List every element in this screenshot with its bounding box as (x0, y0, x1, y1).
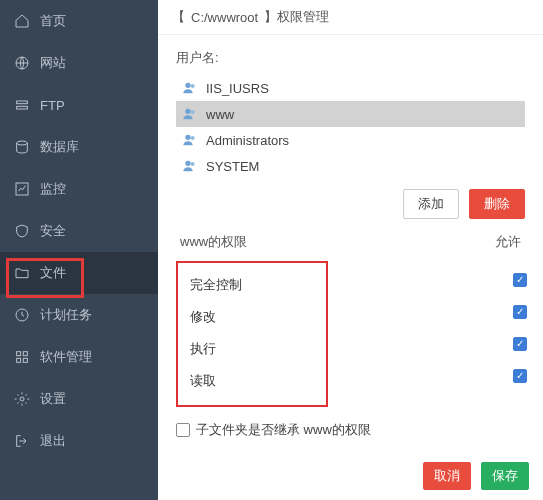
sidebar-item-label: 计划任务 (40, 306, 92, 324)
svg-point-16 (191, 136, 195, 140)
clock-icon (14, 307, 30, 323)
user-list: IIS_IUSRS www Administrators SYSTEM (176, 75, 525, 179)
add-button[interactable]: 添加 (403, 189, 459, 219)
svg-point-17 (185, 161, 190, 166)
allow-header: 允许 (495, 233, 521, 251)
sidebar-item-software[interactable]: 软件管理 (0, 336, 158, 378)
database-icon (14, 139, 30, 155)
svg-point-13 (185, 109, 190, 114)
users-icon (182, 106, 198, 122)
svg-point-18 (191, 162, 195, 166)
user-label: 用户名: (176, 49, 525, 67)
save-button[interactable]: 保存 (481, 462, 529, 490)
perm-checkbox[interactable]: ✓ (513, 273, 527, 287)
sidebar-item-security[interactable]: 安全 (0, 210, 158, 252)
sidebar: 首页 网站 FTP 数据库 监控 安全 文件 计划任务 软件管理 设置 退出 (0, 0, 158, 500)
globe-icon (14, 55, 30, 71)
svg-point-12 (191, 84, 195, 88)
sidebar-item-db[interactable]: 数据库 (0, 126, 158, 168)
svg-point-3 (17, 141, 28, 145)
highlight-box: 完全控制 修改 执行 读取 (176, 261, 328, 407)
sidebar-item-cron[interactable]: 计划任务 (0, 294, 158, 336)
sidebar-item-home[interactable]: 首页 (0, 0, 158, 42)
svg-point-15 (185, 135, 190, 140)
grid-icon (14, 349, 30, 365)
dialog-title: 【C:/wwwroot】权限管理 (158, 0, 543, 35)
user-name: www (206, 107, 234, 122)
exit-icon (14, 433, 30, 449)
svg-rect-7 (23, 352, 27, 356)
svg-point-11 (185, 83, 190, 88)
user-row[interactable]: IIS_IUSRS (176, 75, 525, 101)
sidebar-item-label: 数据库 (40, 138, 79, 156)
sidebar-item-site[interactable]: 网站 (0, 42, 158, 84)
users-icon (182, 158, 198, 174)
user-name: Administrators (206, 133, 289, 148)
gear-icon (14, 391, 30, 407)
perm-header: www的权限 (180, 233, 247, 251)
folder-icon (14, 265, 30, 281)
inherit-checkbox[interactable] (176, 423, 190, 437)
sidebar-item-label: FTP (40, 98, 65, 113)
user-name: IIS_IUSRS (206, 81, 269, 96)
svg-point-14 (191, 110, 195, 114)
users-icon (182, 80, 198, 96)
svg-rect-1 (17, 101, 28, 104)
perm-name: 执行 (190, 340, 216, 358)
ftp-icon (14, 97, 30, 113)
sidebar-item-label: 退出 (40, 432, 66, 450)
users-icon (182, 132, 198, 148)
sidebar-item-label: 网站 (40, 54, 66, 72)
svg-rect-6 (17, 352, 21, 356)
sidebar-item-label: 设置 (40, 390, 66, 408)
cancel-button[interactable]: 取消 (423, 462, 471, 490)
sidebar-item-label: 文件 (40, 264, 66, 282)
svg-rect-2 (17, 106, 28, 109)
inherit-label: 子文件夹是否继承 www的权限 (196, 421, 371, 439)
home-icon (14, 13, 30, 29)
svg-point-10 (20, 397, 24, 401)
user-row[interactable]: SYSTEM (176, 153, 525, 179)
sidebar-item-label: 监控 (40, 180, 66, 198)
user-row[interactable]: www (176, 101, 525, 127)
perm-name: 读取 (190, 372, 216, 390)
sidebar-item-label: 安全 (40, 222, 66, 240)
sidebar-item-settings[interactable]: 设置 (0, 378, 158, 420)
user-row[interactable]: Administrators (176, 127, 525, 153)
shield-icon (14, 223, 30, 239)
sidebar-item-file[interactable]: 文件 (0, 252, 158, 294)
perm-name: 完全控制 (190, 276, 242, 294)
sidebar-item-monitor[interactable]: 监控 (0, 168, 158, 210)
perm-checkbox[interactable]: ✓ (513, 369, 527, 383)
svg-rect-8 (17, 358, 21, 362)
perm-name: 修改 (190, 308, 216, 326)
main-panel: 【C:/wwwroot】权限管理 用户名: IIS_IUSRS www Admi… (158, 0, 543, 500)
svg-rect-9 (23, 358, 27, 362)
perm-checkbox[interactable]: ✓ (513, 305, 527, 319)
user-name: SYSTEM (206, 159, 259, 174)
sidebar-item-label: 首页 (40, 12, 66, 30)
perm-checkbox[interactable]: ✓ (513, 337, 527, 351)
sidebar-item-label: 软件管理 (40, 348, 92, 366)
chart-icon (14, 181, 30, 197)
delete-button[interactable]: 删除 (469, 189, 525, 219)
sidebar-item-exit[interactable]: 退出 (0, 420, 158, 462)
sidebar-item-ftp[interactable]: FTP (0, 84, 158, 126)
